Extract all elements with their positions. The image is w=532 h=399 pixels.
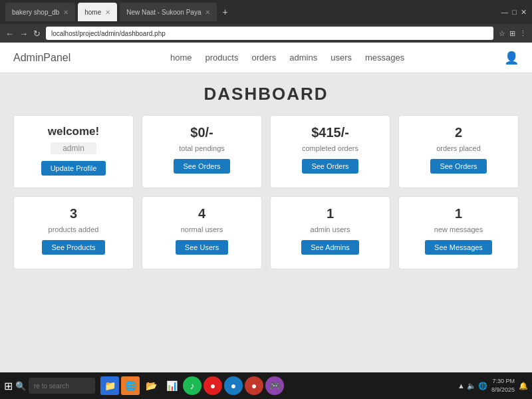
messages-label: new messages: [434, 225, 483, 233]
normal-users-value: 4: [198, 206, 205, 221]
tab-close-icon[interactable]: ✕: [63, 9, 68, 16]
taskbar-icon-chart[interactable]: 📊: [162, 376, 181, 395]
tab-home[interactable]: home ✕: [78, 3, 117, 21]
minimize-icon[interactable]: —: [501, 8, 508, 17]
nav-users[interactable]: users: [331, 53, 352, 63]
completed-orders-card: $415/- completed orders See Orders: [270, 115, 390, 188]
pendings-label: total pendings: [179, 144, 225, 152]
maximize-icon[interactable]: □: [512, 8, 517, 17]
products-card: 3 products added See Products: [13, 196, 134, 269]
tab-close-icon[interactable]: ✕: [105, 9, 110, 16]
see-orders-button-1[interactable]: See Orders: [174, 159, 229, 174]
see-admins-button[interactable]: See Admins: [301, 240, 359, 255]
nav-messages[interactable]: messages: [365, 53, 404, 63]
search-icon[interactable]: 🔍: [15, 381, 26, 391]
update-profile-button[interactable]: Update Profile: [41, 161, 106, 176]
see-users-button[interactable]: See Users: [176, 240, 228, 255]
taskbar-icon-file[interactable]: 📁: [100, 376, 119, 395]
products-label: products added: [49, 225, 99, 233]
taskbar-app-icons: 📁 🌐 📂 📊 ♪ ● ● ● 🎮: [100, 376, 284, 395]
user-icon[interactable]: 👤: [504, 51, 519, 65]
see-messages-button[interactable]: See Messages: [425, 240, 492, 255]
browser-right-icons: ☆ ⊞ ⋮: [499, 29, 527, 38]
nav-products[interactable]: products: [205, 53, 239, 63]
top-nav: AdminPanel home products orders admins u…: [0, 43, 532, 73]
dashboard-grid: welcome! admin Update Profile $0/- total…: [13, 115, 519, 269]
admin-users-value: 1: [327, 206, 334, 221]
notification-icon[interactable]: 🔔: [519, 382, 528, 390]
taskbar-icon-game[interactable]: 🎮: [265, 376, 284, 395]
normal-users-label: normal users: [181, 225, 223, 233]
taskbar-right: ▲ 🔈 🌐 7:30 PM 8/9/2025 🔔: [458, 377, 528, 394]
tab-bakery[interactable]: bakery shop_db ✕: [5, 3, 75, 21]
orders-placed-label: orders placed: [436, 144, 481, 152]
messages-value: 1: [455, 206, 462, 221]
browser-chrome: bakery shop_db ✕ home ✕ New Naat - Sukoo…: [0, 0, 532, 24]
system-tray-icons: ▲ 🔈 🌐: [458, 382, 487, 390]
forward-icon[interactable]: →: [19, 29, 28, 39]
nav-admins[interactable]: admins: [289, 53, 317, 63]
welcome-admin-label: admin: [51, 142, 96, 154]
browser-controls: — □ ✕: [501, 8, 527, 17]
orders-placed-card: 2 orders placed See Orders: [398, 115, 519, 188]
see-orders-button-3[interactable]: See Orders: [430, 159, 486, 174]
back-icon[interactable]: ←: [5, 29, 14, 39]
brand-panel: Panel: [43, 52, 70, 63]
brand: AdminPanel: [13, 52, 70, 64]
admin-users-label: admin users: [311, 225, 350, 233]
nav-orders[interactable]: orders: [251, 53, 276, 63]
tab-naat[interactable]: New Naat - Sukoon Paya ✕: [120, 3, 217, 21]
taskbar: ⊞ 🔍 📁 🌐 📂 📊 ♪ ● ● ● 🎮 ▲ 🔈 🌐 7:30 PM 8/9/…: [0, 372, 532, 399]
welcome-card: welcome! admin Update Profile: [13, 115, 134, 188]
see-orders-button-2[interactable]: See Orders: [302, 159, 358, 174]
brand-admin: Admin: [13, 52, 43, 63]
admin-page: AdminPanel home products orders admins u…: [0, 43, 532, 372]
orders-placed-value: 2: [455, 125, 462, 140]
taskbar-icon-red1[interactable]: ●: [203, 376, 222, 395]
normal-users-card: 4 normal users See Users: [142, 196, 262, 269]
admin-users-card: 1 admin users See Admins: [270, 196, 390, 269]
messages-card: 1 new messages See Messages: [398, 196, 519, 269]
new-tab-button[interactable]: +: [222, 7, 227, 17]
close-icon[interactable]: ✕: [521, 8, 527, 17]
tab-close-icon[interactable]: ✕: [205, 9, 210, 16]
pendings-card: $0/- total pendings See Orders: [142, 115, 262, 188]
address-bar[interactable]: localhost/project/admin/dashboard.php: [46, 27, 493, 40]
menu-icon[interactable]: ⋮: [519, 29, 527, 38]
main-content: DASHBOARD welcome! admin Update Profile …: [0, 73, 532, 372]
completed-orders-value: $415/-: [311, 125, 349, 140]
clock-date: 8/9/2025: [491, 386, 515, 394]
welcome-value: welcome!: [48, 125, 99, 138]
taskbar-clock: 7:30 PM 8/9/2025: [491, 377, 515, 394]
address-bar-row: ← → ↻ localhost/project/admin/dashboard.…: [0, 24, 532, 43]
completed-orders-label: completed orders: [302, 144, 358, 152]
taskbar-icon-folder[interactable]: 📂: [142, 376, 160, 395]
taskbar-icon-blue[interactable]: ●: [224, 376, 243, 395]
clock-time: 7:30 PM: [491, 377, 515, 386]
start-icon[interactable]: ⊞: [4, 380, 13, 392]
bookmark-icon[interactable]: ☆: [499, 29, 505, 38]
taskbar-search-input[interactable]: [29, 378, 95, 394]
page-title: DASHBOARD: [13, 84, 519, 104]
taskbar-icon-music[interactable]: ♪: [183, 376, 201, 395]
extensions-icon[interactable]: ⊞: [509, 29, 515, 38]
tab-bar: bakery shop_db ✕ home ✕ New Naat - Sukoo…: [5, 3, 497, 21]
reload-icon[interactable]: ↻: [33, 29, 41, 39]
nav-links: home products orders admins users messag…: [170, 53, 404, 63]
pendings-value: $0/-: [190, 125, 213, 140]
taskbar-icon-browser[interactable]: 🌐: [121, 376, 140, 395]
see-products-button[interactable]: See Products: [42, 240, 104, 255]
products-value: 3: [70, 206, 77, 221]
taskbar-icon-red2[interactable]: ●: [245, 376, 263, 395]
nav-home[interactable]: home: [170, 53, 192, 63]
